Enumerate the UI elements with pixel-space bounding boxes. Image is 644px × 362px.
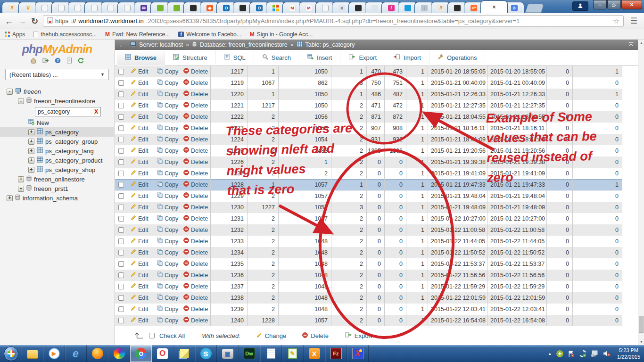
row-edit-button[interactable]: Edit	[127, 134, 154, 145]
profile-button[interactable]	[572, 1, 588, 11]
row-checkbox[interactable]	[118, 284, 124, 289]
row-delete-button[interactable]: Delete	[180, 190, 210, 202]
row-checkbox[interactable]	[118, 216, 124, 222]
row-copy-button[interactable]: Copy	[154, 190, 180, 202]
row-delete-button[interactable]: Delete	[180, 270, 210, 281]
row-checkbox[interactable]	[118, 137, 124, 142]
row-edit-button[interactable]: Edit	[127, 281, 154, 292]
row-checkbox[interactable]	[118, 80, 124, 86]
taskbar-picasa[interactable]	[108, 345, 130, 362]
row-checkbox[interactable]	[118, 159, 124, 165]
scrollbar[interactable]: ▲ ▼	[638, 40, 644, 345]
row-delete-button[interactable]: Delete	[180, 281, 210, 292]
apps-shortcut[interactable]: Apps	[5, 31, 25, 38]
taskbar-chrome[interactable]	[130, 345, 152, 362]
row-edit-button[interactable]: Edit	[127, 168, 154, 179]
bookmark-item[interactable]: fWelcome to Facebo...	[178, 31, 241, 38]
collapse-console-icon[interactable]	[628, 41, 634, 48]
bookmark-item[interactable]: MFwd: New Reference...	[105, 31, 170, 38]
taskbar-remote-desktop[interactable]: ▣	[217, 345, 239, 362]
row-copy-button[interactable]: Copy	[154, 156, 180, 168]
taskbar-filezilla[interactable]: Fz	[325, 345, 347, 362]
row-checkbox[interactable]	[118, 114, 124, 120]
logout-icon[interactable]	[42, 57, 49, 66]
row-edit-button[interactable]: Edit	[127, 247, 154, 258]
row-copy-button[interactable]: Copy	[154, 202, 180, 213]
scroll-down-arrow[interactable]: ▼	[638, 340, 644, 344]
row-edit-button[interactable]: Edit	[127, 270, 154, 281]
row-delete-button[interactable]: Delete	[180, 123, 210, 134]
tree-item-ps-category-shop[interactable]: +ps_category_shop	[0, 165, 114, 174]
taskbar-notepad[interactable]	[260, 345, 282, 362]
row-checkbox[interactable]	[118, 318, 124, 323]
row-delete-button[interactable]: Delete	[180, 247, 210, 258]
taskbar-xara[interactable]: X	[347, 345, 369, 362]
row-checkbox[interactable]	[118, 193, 124, 199]
row-delete-button[interactable]: Delete	[180, 111, 210, 123]
tree-item-freeon[interactable]: -freeon	[0, 87, 114, 96]
tree-item-ps-category-lang[interactable]: +ps_category_lang	[0, 146, 114, 156]
row-edit-button[interactable]: Edit	[127, 224, 154, 236]
row-edit-button[interactable]: Edit	[127, 202, 154, 213]
row-copy-button[interactable]: Copy	[154, 168, 180, 179]
expand-icon[interactable]: +	[28, 157, 34, 164]
start-button[interactable]	[0, 345, 22, 362]
browser-tab-active[interactable]: ×	[480, 0, 508, 13]
chrome-menu-icon[interactable]: ☰	[628, 16, 639, 26]
row-delete-button[interactable]: Delete	[180, 145, 210, 156]
row-copy-button[interactable]: Copy	[154, 77, 180, 89]
pma-tab-search[interactable]: Search	[254, 50, 299, 66]
pma-tab-sql[interactable]: SQL	[216, 50, 254, 66]
expand-icon[interactable]: +	[18, 186, 24, 192]
row-delete-button[interactable]: Delete	[180, 77, 210, 89]
row-edit-button[interactable]: Edit	[127, 236, 154, 247]
row-delete-button[interactable]: Delete	[180, 100, 210, 111]
expand-icon[interactable]: +	[28, 167, 34, 173]
refresh-icon[interactable]	[78, 57, 84, 66]
row-edit-button[interactable]: Edit	[127, 156, 154, 168]
row-copy-button[interactable]: Copy	[154, 247, 180, 258]
taskbar-firefox[interactable]	[87, 345, 108, 362]
panel-back-arrow[interactable]: ←	[119, 41, 125, 49]
tree-item-ps-category-product[interactable]: +ps_category_product	[0, 156, 114, 165]
updates-icon[interactable]	[579, 350, 586, 357]
row-copy-button[interactable]: Copy	[154, 134, 180, 145]
collapse-icon[interactable]: -	[7, 89, 13, 95]
row-checkbox[interactable]	[118, 250, 124, 255]
row-copy-button[interactable]: Copy	[154, 304, 180, 315]
row-copy-button[interactable]: Copy	[154, 111, 180, 123]
tree-item-freeon-onlinestore[interactable]: +freeon_onlinestore	[0, 174, 114, 184]
taskbar-sticky-notes[interactable]	[173, 345, 195, 362]
row-delete-button[interactable]: Delete	[180, 202, 210, 213]
row-delete-button[interactable]: Delete	[180, 66, 210, 77]
show-hidden-icons[interactable]: ▲	[548, 352, 552, 356]
row-delete-button[interactable]: Delete	[180, 236, 210, 247]
address-bar[interactable]: https://worldmart2.worldmart.in:2083/cps…	[43, 15, 624, 27]
tree-item-ps-category[interactable]: +ps_category	[0, 127, 114, 137]
row-copy-button[interactable]: Copy	[154, 66, 180, 77]
row-edit-button[interactable]: Edit	[127, 123, 154, 134]
taskbar-dreamweaver[interactable]: Dw	[239, 345, 260, 362]
tree-item-ps-category-group[interactable]: +ps_category_group	[0, 137, 114, 146]
row-checkbox[interactable]	[118, 103, 124, 108]
breadcrumb-table[interactable]: Table: ps_category	[305, 41, 355, 48]
taskbar-internet-explorer[interactable]: e	[65, 345, 87, 362]
row-edit-button[interactable]: Edit	[127, 77, 154, 89]
breadcrumb-server[interactable]: Server: localhost	[139, 41, 183, 48]
row-edit-button[interactable]: Edit	[127, 213, 154, 224]
tab-close-icon[interactable]: ×	[492, 4, 495, 10]
row-edit-button[interactable]: Edit	[127, 292, 154, 304]
row-copy-button[interactable]: Copy	[154, 100, 180, 111]
tree-item-freeon-prst1[interactable]: +freeon_prst1	[0, 184, 114, 193]
row-copy-button[interactable]: Copy	[154, 213, 180, 224]
restore-button[interactable]	[607, 0, 621, 9]
row-copy-button[interactable]: Copy	[154, 123, 180, 134]
network-icon[interactable]	[591, 350, 598, 357]
reload-button[interactable]: ↻	[31, 17, 38, 25]
row-copy-button[interactable]: Copy	[154, 315, 180, 326]
row-copy-button[interactable]: Copy	[154, 179, 180, 190]
new-tab-button[interactable]	[525, 4, 544, 13]
row-copy-button[interactable]: Copy	[154, 281, 180, 292]
collapse-icon[interactable]: -	[18, 98, 24, 104]
row-checkbox[interactable]	[118, 69, 124, 74]
